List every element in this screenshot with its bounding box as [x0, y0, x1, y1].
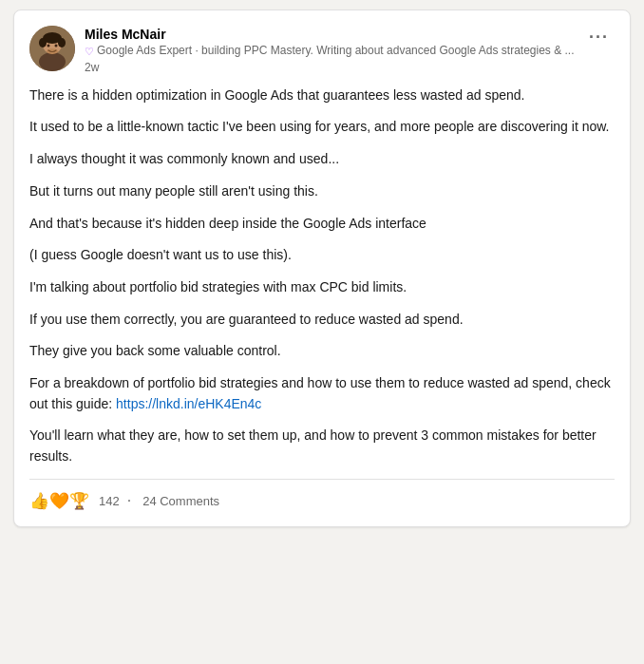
paragraph-6: (I guess Google doesn't want us to use t…	[29, 245, 615, 266]
paragraph-3: I always thought it was commonly known a…	[29, 149, 615, 170]
reaction-icons: 👍 🧡 🏆	[29, 491, 89, 511]
post-content: There is a hidden optimization in Google…	[29, 85, 615, 467]
heart-icon: ♡	[85, 45, 94, 58]
paragraph-9: They give you back some valuable control…	[29, 341, 615, 362]
svg-point-8	[47, 48, 58, 54]
profile-info: Miles McNair ♡ Google Ads Expert · build…	[85, 26, 575, 74]
paragraph-1: There is a hidden optimization in Google…	[29, 85, 615, 106]
paragraph-11: You'll learn what they are, how to set t…	[29, 426, 615, 466]
paragraph-5: And that's because it's hidden deep insi…	[29, 214, 615, 235]
profile-time: 2w	[85, 61, 575, 74]
reactions-bar: 👍 🧡 🏆 142 · 24 Comments	[29, 491, 615, 511]
paragraph-2: It used to be a little-known tactic I've…	[29, 117, 615, 138]
profile-subtitle-text: Google Ads Expert · building PPC Mastery…	[97, 44, 575, 59]
profile-name[interactable]: Miles McNair	[85, 26, 575, 43]
svg-point-6	[47, 45, 50, 47]
post-header: Miles McNair ♡ Google Ads Expert · build…	[29, 26, 615, 74]
comments-count[interactable]: 24 Comments	[142, 494, 219, 508]
paragraph-10: For a breakdown of portfolio bid strateg…	[29, 373, 615, 414]
heart-emoji: 🧡	[49, 491, 69, 511]
paragraph-7: I'm talking about portfolio bid strategi…	[29, 277, 615, 298]
header-left: Miles McNair ♡ Google Ads Expert · build…	[29, 26, 575, 74]
like-emoji: 👍	[29, 491, 49, 511]
profile-subtitle: ♡ Google Ads Expert · building PPC Maste…	[85, 44, 575, 59]
divider	[29, 479, 615, 480]
trophy-emoji: 🏆	[69, 491, 89, 511]
svg-point-5	[58, 38, 66, 47]
post-link[interactable]: https://lnkd.in/eHK4En4c	[116, 396, 261, 411]
svg-point-1	[39, 52, 66, 71]
avatar[interactable]	[29, 26, 75, 71]
svg-point-4	[39, 38, 47, 47]
svg-point-7	[55, 45, 58, 47]
paragraph-4: But it turns out many people still aren'…	[29, 181, 615, 202]
reaction-count: 142	[97, 494, 120, 508]
paragraph-8: If you use them correctly, you are guara…	[29, 310, 615, 331]
more-options-button[interactable]: ···	[583, 26, 615, 49]
reaction-dot: ·	[127, 492, 131, 509]
post-card: Miles McNair ♡ Google Ads Expert · build…	[13, 9, 631, 527]
